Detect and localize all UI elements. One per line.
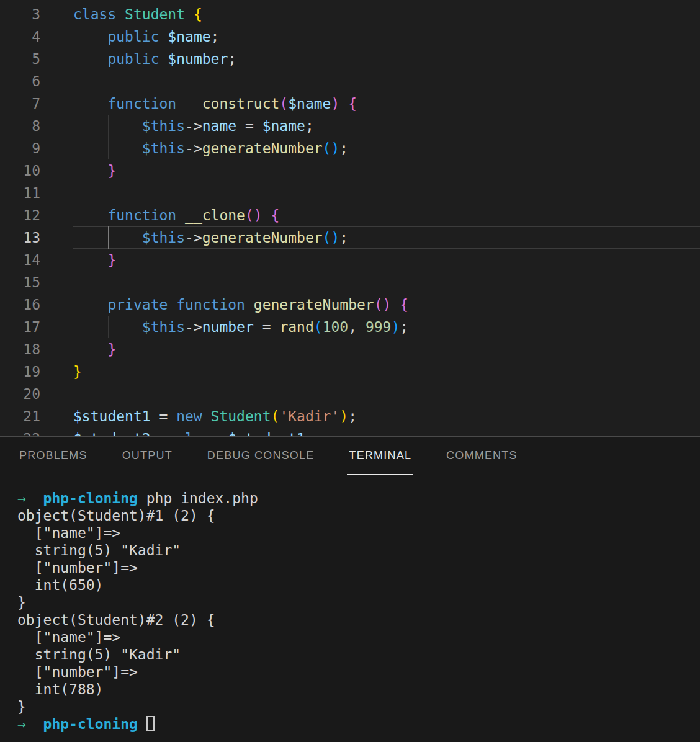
token-b2: ( [245,207,254,223]
token-b2: ) [383,297,392,313]
code-line: 13 $this->generateNumber(); [0,226,700,249]
token-fn: generateNumber [202,140,323,156]
token-pl [391,297,400,313]
token-pl: object(Student)#2 (2) { [17,612,215,628]
token-fn: generateNumber [202,230,323,246]
token-fn: rand [279,319,313,335]
code-line: 3class Student { [0,3,700,25]
token-num: 100 [323,319,349,335]
token-kw: clone [176,431,219,436]
tab-output[interactable]: OUTPUT [120,437,174,475]
code-line: 16 private function generateNumber() { [0,293,700,316]
token-vr: $name [288,96,331,112]
code-editor[interactable]: 3class Student {4 public $name;5 public … [0,0,700,436]
token-pl [159,51,168,67]
token-pl: ; [400,319,408,335]
token-pl: ; [305,118,314,134]
code-text: $this->number = rand(100, 999); [40,316,408,338]
code-text [40,182,73,204]
token-kw: $this [142,230,185,246]
token-pl [138,716,146,732]
token-vr: $student1 [228,431,305,436]
terminal-output[interactable]: → php-cloning php index.phpobject(Studen… [0,489,700,733]
token-kw: $this [142,140,185,156]
token-fn: generateNumber [254,297,374,313]
token-b1: } [73,364,82,380]
code-text: } [40,338,116,360]
line-number: 12 [0,204,40,226]
token-pl: ["name"]=> [17,629,120,645]
terminal-line: ["number"]=> [17,559,700,576]
terminal-line: } [17,594,700,611]
token-pl [176,96,185,112]
token-pl: ; [339,230,348,246]
token-kw: new [176,408,202,424]
line-number: 8 [0,115,40,137]
terminal-cursor [146,716,155,731]
token-pl [73,252,107,268]
token-pl: ["number"]=> [17,664,138,680]
terminal-line: object(Student)#1 (2) { [17,507,700,524]
token-b3: ) [391,319,400,335]
code-line: 6 [0,70,700,92]
code-line: 15 [0,271,700,293]
terminal-line: ["name"]=> [17,628,700,646]
tab-comments[interactable]: COMMENTS [444,437,519,475]
token-pl [73,230,142,246]
token-pl [245,297,254,313]
token-kw: function [107,207,176,223]
code-line: 10 } [0,159,700,182]
code-text: $this->generateNumber(); [40,137,348,159]
token-vr: $number [168,51,228,67]
line-number: 21 [0,405,40,427]
terminal-line: → php-cloning [17,715,700,733]
token-b2: } [107,341,116,357]
code-line: 9 $this->generateNumber(); [0,137,700,159]
token-pl [26,716,43,732]
line-number: 22 [0,427,40,436]
token-kw: public [107,29,159,45]
tab-terminal[interactable]: TERMINAL [347,437,413,475]
token-b2: ( [374,297,383,313]
token-vr: $student1 [73,408,151,424]
token-pl [26,490,43,506]
token-b1: ) [339,408,348,424]
token-kw: private [107,297,168,313]
code-line: 4 public $name; [0,25,700,48]
token-b3: ) [331,140,339,156]
token-pl [168,297,176,313]
token-num: 999 [366,319,392,335]
code-text: } [40,249,116,271]
token-pl [262,207,271,223]
token-fn: __construct [185,96,279,112]
code-line: 5 public $number; [0,48,700,70]
token-pl: = [151,408,177,424]
token-pl [73,163,107,179]
token-vr: number [202,319,254,335]
token-pl: ; [211,29,220,45]
line-number: 3 [0,3,40,25]
code-line: 8 $this->name = $name; [0,115,700,137]
line-number: 6 [0,70,40,92]
code-line: 12 function __clone() { [0,204,700,226]
token-pl [73,319,142,335]
token-kw: $this [142,319,185,335]
token-pl [73,96,107,112]
token-pl: -> [185,319,202,335]
tab-debug-console[interactable]: DEBUG CONSOLE [205,437,316,475]
tab-problems[interactable]: PROBLEMS [17,437,89,475]
code-text: function __construct($name) { [40,92,357,115]
code-text: $student2 = clone $student1; [40,427,314,436]
token-pl: int(650) [17,577,103,593]
line-number: 4 [0,25,40,48]
code-line: 19} [0,360,700,383]
code-line: 20 [0,383,700,405]
token-pl [73,118,142,134]
code-text: $this->name = $name; [40,115,314,137]
token-cls: Student [211,408,271,424]
code-text: public $number; [40,48,236,70]
token-b2: { [271,207,280,223]
code-lines: 3class Student {4 public $name;5 public … [0,3,700,436]
token-b2: } [107,163,116,179]
code-text: $student1 = new Student('Kadir'); [40,405,357,427]
